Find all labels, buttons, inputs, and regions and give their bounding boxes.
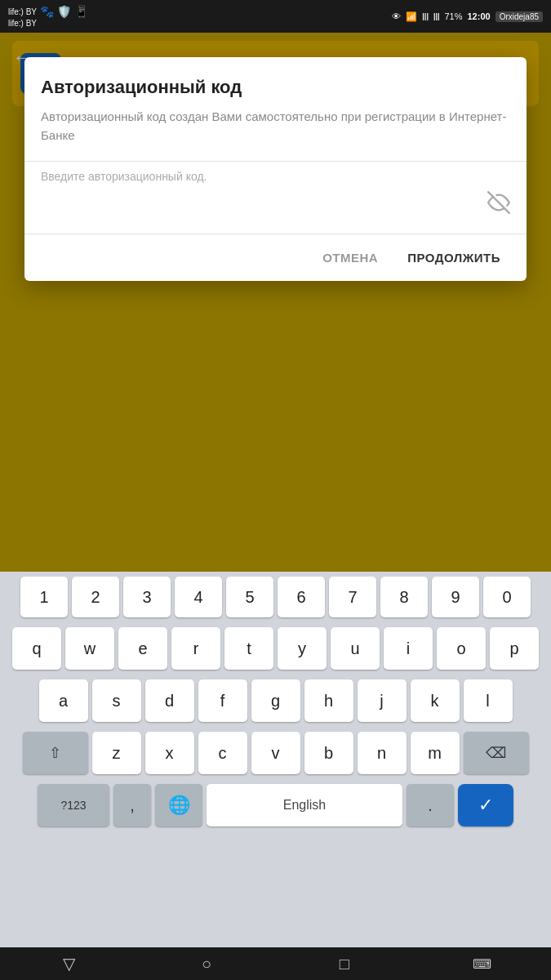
- key-5[interactable]: 5: [226, 577, 273, 617]
- key-8[interactable]: 8: [380, 577, 428, 617]
- dialog-description: Авторизационный код создан Вами самостоя…: [41, 108, 510, 145]
- nav-home[interactable]: ○: [182, 947, 231, 980]
- enter-key[interactable]: ✓: [458, 784, 513, 826]
- key-d[interactable]: d: [145, 679, 194, 722]
- eye-toggle-icon[interactable]: [487, 191, 510, 219]
- dialog-title: Авторизационный код: [41, 77, 510, 98]
- key-a[interactable]: a: [39, 679, 88, 722]
- nav-back[interactable]: ▽: [44, 947, 93, 980]
- key-l[interactable]: l: [464, 679, 513, 722]
- auth-code-input[interactable]: [41, 197, 487, 214]
- comma-key[interactable]: ,: [113, 784, 151, 826]
- nav-bar: ▽ ○ □ ⌨: [0, 947, 551, 980]
- key-f[interactable]: f: [198, 679, 247, 722]
- qwerty-row: q w e r t y u i o p: [0, 622, 551, 675]
- key-w[interactable]: w: [65, 627, 114, 670]
- key-h[interactable]: h: [304, 679, 353, 722]
- continue-button[interactable]: ПРОДОЛЖИТЬ: [401, 247, 507, 268]
- key-g[interactable]: g: [251, 679, 300, 722]
- time: 12:00: [468, 11, 491, 21]
- status-bar: life:) BY 🐾 🛡️ 📱 life:) BY 👁 📶 ||| ||| 7…: [0, 0, 551, 33]
- key-o[interactable]: o: [437, 627, 486, 670]
- key-t[interactable]: t: [224, 627, 273, 670]
- key-9[interactable]: 9: [432, 577, 479, 617]
- asdf-row: a s d f g h j k l: [0, 675, 551, 727]
- zxcv-row: ⇧ z x c v b n m ⌫: [0, 727, 551, 779]
- key-z[interactable]: z: [92, 732, 141, 774]
- signal-icon: |||: [422, 12, 429, 20]
- cancel-button[interactable]: ОТМЕНА: [316, 247, 384, 268]
- input-row: [41, 188, 510, 225]
- symbols-key[interactable]: ?123: [38, 784, 109, 826]
- app-background: ← B Авторизационный код Авторизационный …: [0, 33, 551, 980]
- key-b[interactable]: b: [304, 732, 353, 774]
- key-p[interactable]: p: [490, 627, 539, 670]
- dialog-actions: ОТМЕНА ПРОДОЛЖИТЬ: [41, 234, 510, 281]
- globe-key[interactable]: 🌐: [155, 784, 202, 826]
- key-m[interactable]: m: [411, 732, 460, 774]
- key-x[interactable]: x: [145, 732, 194, 774]
- key-c[interactable]: c: [198, 732, 247, 774]
- key-7[interactable]: 7: [329, 577, 376, 617]
- key-3[interactable]: 3: [123, 577, 171, 617]
- key-2[interactable]: 2: [72, 577, 119, 617]
- bottom-row: ?123 , 🌐 English . ✓: [0, 779, 551, 831]
- key-s[interactable]: s: [92, 679, 141, 722]
- nav-recents[interactable]: □: [320, 947, 369, 980]
- battery: 71%: [444, 11, 462, 21]
- key-v[interactable]: v: [251, 732, 300, 774]
- status-right: 👁 📶 ||| ||| 71% 12:00 Orxideja85: [392, 11, 543, 22]
- key-6[interactable]: 6: [278, 577, 325, 617]
- key-0[interactable]: 0: [483, 577, 531, 617]
- keyboard: 1 2 3 4 5 6 7 8 9 0 q w e r t y u i o p …: [0, 572, 551, 947]
- key-r[interactable]: r: [171, 627, 220, 670]
- eye-status-icon: 👁: [392, 11, 401, 21]
- carrier-line1: life:) BY 🐾 🛡️ 📱: [8, 5, 88, 18]
- auth-dialog: Авторизационный код Авторизационный код …: [24, 57, 527, 281]
- key-1[interactable]: 1: [20, 577, 68, 617]
- key-n[interactable]: n: [358, 732, 407, 774]
- key-k[interactable]: k: [411, 679, 460, 722]
- backspace-key[interactable]: ⌫: [464, 732, 529, 774]
- key-q[interactable]: q: [12, 627, 61, 670]
- input-label: Введите авторизационный код.: [41, 170, 510, 183]
- input-area: Введите авторизационный код.: [41, 162, 510, 234]
- shift-key[interactable]: ⇧: [23, 732, 88, 774]
- key-u[interactable]: u: [331, 627, 380, 670]
- status-left: life:) BY 🐾 🛡️ 📱 life:) BY: [8, 5, 88, 28]
- key-y[interactable]: y: [278, 627, 327, 670]
- key-e[interactable]: e: [118, 627, 167, 670]
- number-row: 1 2 3 4 5 6 7 8 9 0: [0, 572, 551, 622]
- signal-icon2: |||: [433, 12, 440, 20]
- period-key[interactable]: .: [407, 784, 454, 826]
- space-key[interactable]: English: [207, 784, 402, 826]
- key-4[interactable]: 4: [175, 577, 222, 617]
- carrier-line2: life:) BY: [8, 19, 88, 28]
- key-i[interactable]: i: [384, 627, 433, 670]
- key-j[interactable]: j: [358, 679, 407, 722]
- wifi-icon: 📶: [406, 11, 417, 22]
- username: Orxideja85: [495, 11, 543, 22]
- nav-keyboard[interactable]: ⌨: [458, 947, 507, 980]
